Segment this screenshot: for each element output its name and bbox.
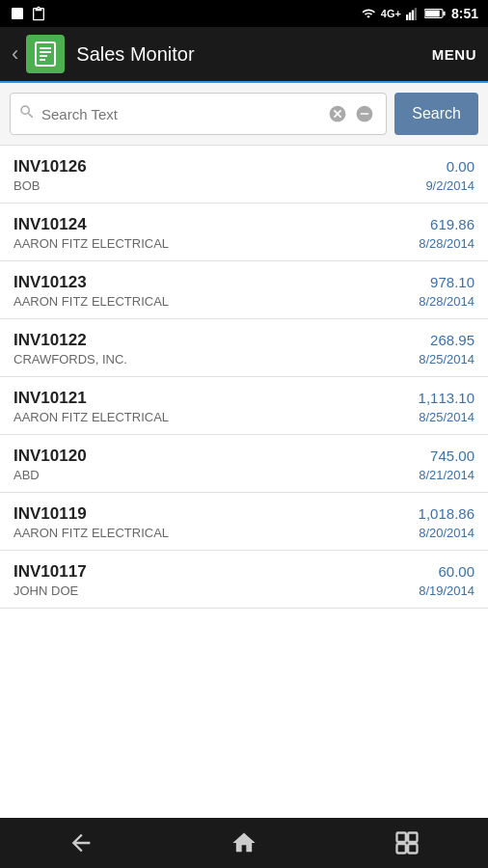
invoice-date: 9/2/2014: [425, 178, 474, 193]
invoice-id: INV10124: [14, 215, 87, 234]
invoice-customer: AARON FITZ ELECTRICAL: [14, 410, 169, 424]
menu-button[interactable]: MENU: [432, 46, 476, 63]
search-bar: Search: [0, 83, 488, 146]
invoice-id: INV10119: [14, 504, 87, 524]
invoice-date: 8/25/2014: [419, 410, 474, 424]
signal-icon: [405, 7, 420, 20]
app-title: Sales Monitor: [76, 43, 432, 66]
invoice-date: 8/21/2014: [419, 468, 474, 482]
invoice-amount: 1,018.86: [419, 505, 474, 522]
invoice-id: INV10123: [14, 273, 87, 292]
back-button[interactable]: [48, 822, 114, 864]
list-item[interactable]: INV10123 978.10 AARON FITZ ELECTRICAL 8/…: [0, 261, 488, 319]
network-label: 4G+: [381, 8, 401, 19]
back-icon[interactable]: ‹: [12, 41, 18, 67]
status-bar: 4G+ 8:51: [0, 0, 488, 27]
invoice-amount: 60.00: [438, 563, 474, 580]
invoice-id: INV10122: [14, 331, 87, 350]
bottom-nav: [0, 818, 488, 868]
invoice-list: INV10126 0.00 BOB 9/2/2014 INV10124 619.…: [0, 146, 488, 818]
photo-icon: [10, 6, 25, 21]
status-left-icons: [10, 6, 46, 21]
svg-rect-14: [396, 844, 405, 853]
sales-monitor-icon: [33, 41, 58, 67]
svg-rect-1: [409, 13, 411, 20]
svg-rect-5: [443, 12, 445, 15]
search-clear-button[interactable]: [324, 104, 351, 123]
invoice-date: 8/19/2014: [419, 583, 474, 598]
invoice-customer: BOB: [14, 178, 40, 193]
svg-rect-13: [408, 833, 417, 842]
status-right-icons: 4G+ 8:51: [360, 6, 478, 21]
invoice-amount: 1,113.10: [419, 390, 474, 406]
search-mag-icon: [18, 103, 36, 125]
battery-icon: [424, 8, 446, 19]
list-item[interactable]: INV10117 60.00 JOHN DOE 8/19/2014: [0, 551, 488, 609]
clipboard-icon: [31, 6, 46, 21]
invoice-id: INV10121: [14, 389, 87, 408]
invoice-id: INV10117: [14, 562, 87, 582]
recent-apps-button[interactable]: [374, 822, 440, 864]
list-item[interactable]: INV10122 268.95 CRAWFORDS, INC. 8/25/201…: [0, 319, 488, 377]
invoice-customer: JOHN DOE: [14, 583, 78, 598]
nav-bar: ‹ Sales Monitor MENU: [0, 27, 488, 83]
invoice-amount: 745.00: [430, 448, 474, 464]
svg-rect-6: [425, 11, 440, 17]
home-button[interactable]: [211, 822, 277, 864]
search-minus-button[interactable]: [351, 104, 378, 123]
invoice-amount: 268.95: [430, 332, 474, 348]
search-input[interactable]: [41, 106, 324, 122]
svg-rect-3: [415, 8, 417, 20]
app-icon: [26, 35, 65, 73]
invoice-date: 8/28/2014: [419, 236, 474, 251]
svg-rect-12: [396, 833, 405, 842]
search-button[interactable]: Search: [394, 93, 478, 135]
svg-rect-15: [408, 844, 417, 853]
svg-rect-0: [406, 14, 408, 20]
list-item[interactable]: INV10121 1,113.10 AARON FITZ ELECTRICAL …: [0, 377, 488, 435]
invoice-customer: AARON FITZ ELECTRICAL: [14, 294, 169, 309]
list-item[interactable]: INV10124 619.86 AARON FITZ ELECTRICAL 8/…: [0, 203, 488, 261]
svg-rect-7: [36, 42, 55, 66]
invoice-date: 8/28/2014: [419, 294, 474, 309]
list-item[interactable]: INV10120 745.00 ABD 8/21/2014: [0, 435, 488, 493]
invoice-customer: AARON FITZ ELECTRICAL: [14, 526, 169, 540]
invoice-customer: ABD: [14, 468, 40, 482]
invoice-date: 8/25/2014: [419, 352, 474, 366]
search-input-wrap: [10, 93, 387, 135]
wifi-icon: [360, 7, 377, 20]
svg-rect-2: [412, 11, 414, 21]
list-item[interactable]: INV10119 1,018.86 AARON FITZ ELECTRICAL …: [0, 493, 488, 551]
invoice-id: INV10120: [14, 447, 87, 466]
time-display: 8:51: [451, 6, 478, 21]
invoice-amount: 619.86: [430, 216, 474, 232]
invoice-id: INV10126: [14, 157, 87, 176]
invoice-customer: AARON FITZ ELECTRICAL: [14, 236, 169, 251]
invoice-date: 8/20/2014: [419, 526, 474, 540]
invoice-amount: 0.00: [447, 158, 474, 175]
invoice-amount: 978.10: [430, 274, 474, 290]
list-item[interactable]: INV10126 0.00 BOB 9/2/2014: [0, 146, 488, 203]
invoice-customer: CRAWFORDS, INC.: [14, 352, 127, 366]
